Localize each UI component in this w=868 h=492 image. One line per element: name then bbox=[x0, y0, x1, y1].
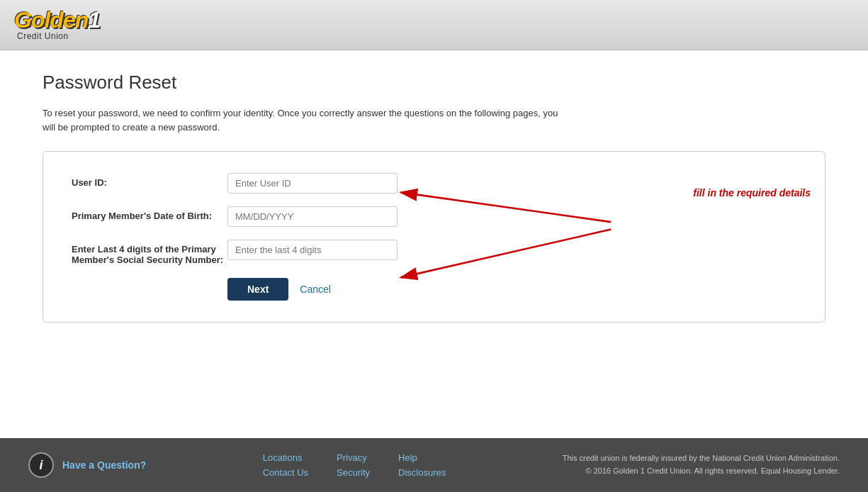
dob-input[interactable] bbox=[227, 206, 398, 227]
footer-links: Locations Contact Us Privacy Security He… bbox=[263, 452, 446, 478]
ssn-input-wrap bbox=[227, 240, 398, 260]
user-id-label: User ID: bbox=[72, 173, 227, 188]
user-id-input[interactable] bbox=[227, 173, 398, 194]
main-content: Password Reset To reset your password, w… bbox=[0, 50, 868, 438]
annotation-text: fill in the required details bbox=[693, 187, 811, 199]
logo-number: 1 bbox=[88, 7, 100, 33]
dob-input-wrap bbox=[227, 206, 398, 227]
page-title: Password Reset bbox=[43, 72, 825, 94]
footer-link-col-2: Help Disclosures bbox=[398, 452, 446, 478]
buttons-row: Next Cancel bbox=[227, 278, 796, 301]
info-icon: i bbox=[28, 452, 54, 478]
footer-link-col-1: Privacy Security bbox=[337, 452, 370, 478]
footer-right: This credit union is federally insured b… bbox=[563, 452, 840, 477]
annotation-area: fill in the required details bbox=[693, 166, 811, 199]
footer: i Have a Question? Locations Contact Us … bbox=[0, 438, 868, 492]
dob-label: Primary Member's Date of Birth: bbox=[72, 206, 227, 221]
user-id-input-wrap bbox=[227, 173, 398, 194]
dob-row: Primary Member's Date of Birth: bbox=[72, 206, 796, 227]
footer-legal-line1: This credit union is federally insured b… bbox=[563, 452, 840, 465]
logo-subtitle: Credit Union bbox=[17, 31, 69, 41]
footer-question-label: Have a Question? bbox=[62, 459, 146, 471]
ssn-label: Enter Last 4 digits of the Primary Membe… bbox=[72, 240, 227, 265]
form-card: User ID: Primary Member's Date of Birth:… bbox=[43, 151, 825, 323]
user-id-row: User ID: bbox=[72, 173, 796, 194]
intro-text: To reset your password, we need to confi… bbox=[43, 106, 567, 134]
logo-golden1: Golden1 bbox=[14, 9, 100, 31]
ssn-input[interactable] bbox=[227, 240, 398, 260]
footer-link-disclosures[interactable]: Disclosures bbox=[398, 467, 446, 478]
footer-link-locations[interactable]: Locations bbox=[263, 452, 308, 463]
footer-legal-line2: © 2016 Golden 1 Credit Union. All rights… bbox=[563, 465, 840, 478]
footer-link-col-0: Locations Contact Us bbox=[263, 452, 308, 478]
logo-container: Golden1 Credit Union bbox=[14, 9, 854, 41]
next-button[interactable]: Next bbox=[227, 278, 288, 301]
footer-link-security[interactable]: Security bbox=[337, 467, 370, 478]
footer-left: i Have a Question? bbox=[28, 452, 146, 478]
header: Golden1 Credit Union bbox=[0, 0, 868, 50]
footer-link-help[interactable]: Help bbox=[398, 452, 446, 463]
cancel-button[interactable]: Cancel bbox=[300, 284, 331, 295]
ssn-row: Enter Last 4 digits of the Primary Membe… bbox=[72, 240, 796, 265]
footer-link-contact-us[interactable]: Contact Us bbox=[263, 467, 308, 478]
footer-link-privacy[interactable]: Privacy bbox=[337, 452, 370, 463]
form-card-wrapper: User ID: Primary Member's Date of Birth:… bbox=[43, 151, 825, 323]
